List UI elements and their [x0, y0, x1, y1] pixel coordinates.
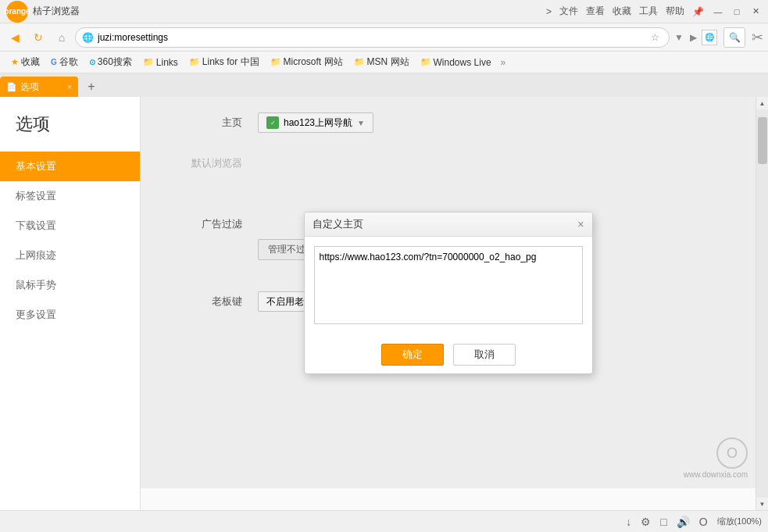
star-icon: ★	[11, 57, 19, 67]
scrollbar: ▲ ▼	[755, 97, 768, 510]
search-button[interactable]: 🔍	[723, 27, 745, 48]
app-logo: orange	[6, 1, 28, 23]
app-name: 桔子浏览器	[33, 5, 80, 18]
bookmark-label: MSN 网站	[367, 55, 409, 69]
menu-favorites[interactable]: 收藏	[613, 5, 631, 18]
scroll-thumb[interactable]	[758, 117, 767, 164]
content-area: 主页 ✓ hao123上网导航 ▼ 默认浏览器 广告过滤 管理不过滤的网站	[141, 97, 755, 510]
google-icon: G	[51, 58, 57, 66]
sidebar-item-basic[interactable]: 基本设置	[0, 152, 140, 181]
back-button[interactable]: ◀	[5, 27, 25, 48]
bookmark-label: Links	[156, 57, 178, 68]
window-controls: — □ ✕	[712, 5, 762, 18]
dialog-overlay: 自定义主页 × 确定 取消	[141, 97, 755, 488]
menu-view[interactable]: 查看	[586, 5, 605, 18]
sidebar-item-tabs[interactable]: 标签设置	[0, 181, 140, 211]
dialog-cancel-button[interactable]: 取消	[453, 344, 516, 366]
sidebar-item-gesture[interactable]: 鼠标手势	[0, 270, 140, 300]
menu-tools[interactable]: 工具	[639, 5, 658, 18]
tab-options[interactable]: 📄 选项 ×	[0, 77, 78, 97]
sidebar-item-history[interactable]: 上网痕迹	[0, 241, 140, 270]
bookmark-msn[interactable]: 📁 MSN 网站	[349, 54, 414, 70]
nav-dropdown-arrow[interactable]: ▼	[673, 30, 685, 45]
folder-icon: 📁	[354, 57, 365, 67]
bookmark-favorites[interactable]: ★ 收藏	[6, 54, 45, 70]
bookmark-label: Windows Live	[434, 57, 491, 68]
dialog-body	[305, 237, 592, 336]
tabbar: 📄 选项 × +	[0, 73, 768, 97]
statusbar: ↓ ⚙ □ 🔊 O 缩放(100%)	[0, 510, 768, 532]
titlebar-left: orange 桔子浏览器	[6, 1, 80, 23]
address-icon: 🌐	[82, 32, 94, 43]
bookmark-360search[interactable]: ⊙ 360搜索	[84, 54, 137, 70]
maximize-button[interactable]: □	[730, 5, 743, 18]
bookmark-google[interactable]: G 谷歌	[46, 54, 83, 70]
bookmark-label: 360搜索	[98, 55, 132, 69]
dialog-title: 自定义主页	[313, 217, 363, 231]
bookmark-links-china[interactable]: 📁 Links for 中国	[184, 54, 264, 70]
sidebar-item-download[interactable]: 下载设置	[0, 211, 140, 241]
bookmark-star-icon[interactable]: ☆	[651, 32, 659, 43]
close-button[interactable]: ✕	[749, 5, 762, 18]
favicon-img: 🌐	[705, 33, 714, 41]
dialog-titlebar: 自定义主页 ×	[305, 212, 592, 237]
search-icon: 🔍	[729, 32, 741, 43]
scroll-track[interactable]	[756, 109, 768, 498]
menu-gt: >	[546, 6, 552, 17]
address-bar: 🌐 ☆	[75, 27, 670, 48]
download-icon[interactable]: ↓	[626, 516, 631, 528]
scroll-up-button[interactable]: ▲	[756, 97, 769, 109]
dialog-url-input[interactable]	[314, 246, 583, 324]
navbar: ◀ ↻ ⌂ 🌐 ☆ ▼ ▶ 🌐 🔍 ✂	[0, 23, 768, 52]
dialog-confirm-button[interactable]: 确定	[381, 344, 444, 366]
360-icon: ⊙	[89, 58, 95, 66]
bookmark-microsoft[interactable]: 📁 Microsoft 网站	[266, 54, 348, 70]
folder-icon: 📁	[270, 57, 281, 67]
refresh-button[interactable]: ↻	[28, 27, 48, 48]
volume-icon[interactable]: 🔊	[677, 516, 690, 528]
menu-help[interactable]: 帮助	[666, 5, 684, 18]
titlebar: orange 桔子浏览器 > 文件 查看 收藏 工具 帮助 📌 — □ ✕	[0, 0, 768, 23]
scroll-down-button[interactable]: ▼	[756, 498, 769, 510]
folder-icon: 📁	[143, 57, 154, 67]
bookmark-label: Microsoft 网站	[284, 55, 343, 69]
folder-icon: 📁	[420, 57, 431, 67]
sidebar: 选项 基本设置 标签设置 下载设置 上网痕迹 鼠标手势 更多设置	[0, 97, 141, 510]
bookmarks-bar: ★ 收藏 G 谷歌 ⊙ 360搜索 📁 Links 📁 Links for 中国…	[0, 52, 768, 73]
menu-file[interactable]: 文件	[559, 5, 578, 18]
bookmark-label: 收藏	[21, 55, 40, 69]
dialog: 自定义主页 × 确定 取消	[304, 212, 593, 374]
tab-close-button[interactable]: ×	[67, 83, 72, 91]
address-input[interactable]	[98, 32, 648, 43]
bookmark-links[interactable]: 📁 Links	[138, 55, 183, 70]
page-title: 选项	[0, 105, 140, 152]
new-tab-button[interactable]: +	[81, 77, 102, 97]
tab-label: 选项	[20, 80, 39, 94]
scissors-icon[interactable]: ✂	[752, 29, 763, 46]
pin-icon[interactable]: 📌	[692, 6, 704, 17]
favicon-box: 🌐	[702, 30, 717, 45]
settings-icon[interactable]: ⚙	[641, 516, 651, 528]
minimize-button[interactable]: —	[712, 5, 724, 18]
ime-icon[interactable]: O	[699, 516, 708, 528]
bookmark-windows-live[interactable]: 📁 Windows Live	[416, 55, 496, 70]
screen-icon[interactable]: □	[660, 516, 666, 528]
nav-forward-arrow[interactable]: ▶	[688, 30, 698, 45]
home-button[interactable]: ⌂	[52, 27, 72, 48]
bookmarks-more-button[interactable]: »	[498, 55, 509, 70]
dialog-footer: 确定 取消	[305, 336, 592, 373]
tab-icon: 📄	[6, 82, 17, 92]
main-area: 选项 基本设置 标签设置 下载设置 上网痕迹 鼠标手势 更多设置 主页 ✓ ha…	[0, 97, 768, 510]
titlebar-menu: > 文件 查看 收藏 工具 帮助 📌 — □ ✕	[546, 5, 762, 18]
zoom-label: 缩放(100%)	[717, 516, 762, 527]
bookmark-label: 谷歌	[59, 55, 78, 69]
bookmark-label: Links for 中国	[202, 55, 259, 69]
dialog-close-button[interactable]: ×	[577, 218, 584, 230]
sidebar-item-more[interactable]: 更多设置	[0, 300, 140, 330]
folder-icon: 📁	[189, 57, 200, 67]
